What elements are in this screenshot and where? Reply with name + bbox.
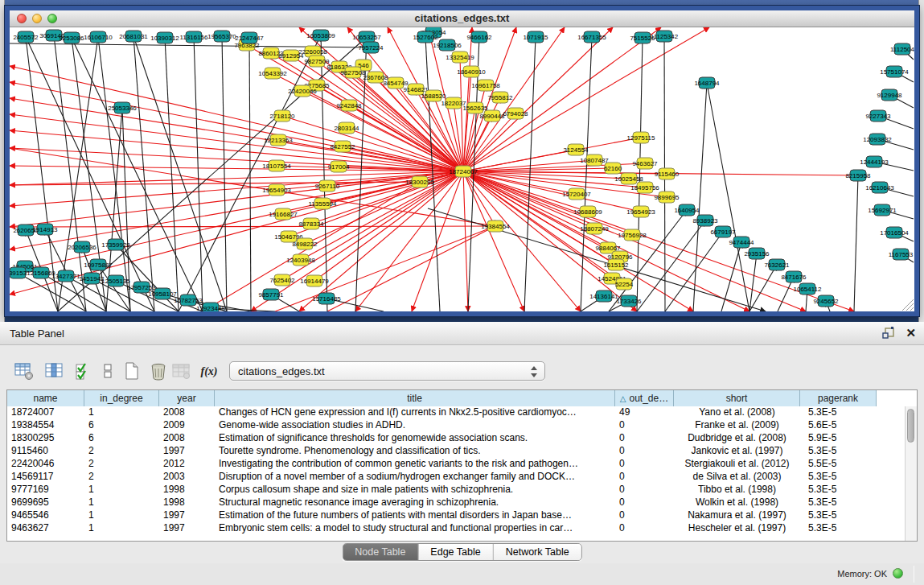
- graph-node[interactable]: 16671355: [577, 31, 606, 43]
- graph-node[interactable]: 10958107: [148, 288, 177, 299]
- graph-node[interactable]: 9466162: [466, 31, 492, 43]
- graph-node[interactable]: 9827509: [304, 56, 330, 67]
- table-row[interactable]: 1830029562008Estimation of significance …: [7, 432, 905, 445]
- tab-network-table[interactable]: Network Table: [494, 544, 581, 560]
- table-row[interactable]: 2242004622012Investigating the contribut…: [7, 458, 905, 471]
- table-row[interactable]: 1872400712008Changes of HCN gene express…: [7, 406, 905, 419]
- graph-edge[interactable]: [10, 98, 463, 171]
- scrollbar-thumb[interactable]: [907, 409, 914, 443]
- graph-node[interactable]: 9129948: [877, 89, 902, 101]
- graph-node[interactable]: 10543392: [258, 68, 287, 79]
- graph-node[interactable]: 22420046: [288, 85, 317, 97]
- graph-node[interactable]: 2803144: [334, 122, 359, 134]
- resize-grip-icon[interactable]: [902, 299, 914, 311]
- new-column-button[interactable]: [121, 360, 143, 383]
- graph-node[interactable]: 18640910: [457, 66, 486, 77]
- table-row[interactable]: 1938455462009Genome-wide association stu…: [7, 419, 905, 432]
- graph-node[interactable]: 12975115: [627, 132, 656, 143]
- graph-node[interactable]: 11355594: [309, 198, 338, 209]
- tab-node-table[interactable]: Node Table: [343, 544, 418, 560]
- graph-node[interactable]: 10688609: [573, 206, 602, 217]
- graph-node[interactable]: 1615152: [603, 259, 629, 270]
- column-header-in_degree[interactable]: in_degree: [84, 390, 159, 406]
- close-panel-icon[interactable]: ✕: [906, 326, 916, 340]
- table-mode-button[interactable]: [13, 360, 35, 383]
- table-scrollbar[interactable]: [905, 406, 917, 541]
- graph-node[interactable]: 8215958: [845, 170, 871, 181]
- graph-node[interactable]: 12093832: [863, 134, 892, 145]
- graph-node[interactable]: 18807249: [580, 223, 609, 234]
- graph-node[interactable]: 19166827: [269, 208, 298, 220]
- graph-node[interactable]: 2718120: [269, 110, 295, 122]
- delete-column-button[interactable]: [147, 360, 170, 383]
- graph-node[interactable]: 9242848: [336, 100, 362, 111]
- graph-node[interactable]: 1733426: [616, 295, 642, 307]
- graph-edge[interactable]: [463, 171, 806, 311]
- graph-node[interactable]: 1914913: [32, 224, 58, 235]
- graph-edge[interactable]: [693, 83, 707, 311]
- graph-edge[interactable]: [10, 82, 463, 171]
- graph-edge[interactable]: [854, 175, 858, 311]
- graph-node[interactable]: 8471676: [781, 271, 807, 282]
- graph-edge[interactable]: [749, 265, 777, 311]
- graph-node[interactable]: 17016504: [880, 227, 909, 238]
- graph-node[interactable]: 1112504: [890, 43, 914, 55]
- graph-node[interactable]: 10390312: [150, 32, 179, 43]
- column-header-title[interactable]: title: [215, 390, 615, 406]
- table-row[interactable]: 946362711997Embryonic stem cells: a mode…: [7, 522, 905, 535]
- network-graph[interactable]: 1872400779638228860123891295422260058982…: [10, 27, 914, 311]
- graph-node[interactable]: 7632621: [764, 259, 790, 270]
- graph-node[interactable]: 19654903: [262, 184, 291, 196]
- graph-node[interactable]: 1527602: [413, 31, 438, 43]
- tab-edge-table[interactable]: Edge Table: [418, 544, 493, 560]
- graph-node[interactable]: 25053346: [108, 102, 137, 113]
- graph-edge[interactable]: [637, 38, 643, 311]
- graph-node[interactable]: 16914479: [300, 275, 329, 286]
- graph-node[interactable]: 16210643: [865, 182, 894, 193]
- graph-edge[interactable]: [463, 171, 637, 311]
- graph-node[interactable]: 39153: [10, 267, 27, 278]
- column-header-short[interactable]: short: [674, 390, 800, 406]
- graph-node[interactable]: 18300295: [405, 176, 434, 187]
- graph-node[interactable]: 9253086: [59, 32, 84, 43]
- graph-node[interactable]: 15751074: [880, 66, 909, 77]
- graph-node[interactable]: 15716485: [312, 293, 341, 304]
- graph-node[interactable]: 9474444: [729, 237, 754, 248]
- graph-node[interactable]: 9463627: [632, 158, 658, 169]
- float-panel-icon[interactable]: [881, 326, 896, 340]
- graph-node[interactable]: 16782753: [174, 295, 203, 306]
- graph-node[interactable]: 10654112: [794, 283, 823, 295]
- graph-node[interactable]: 1167553: [889, 249, 914, 260]
- network-window-titlebar[interactable]: citations_edges.txt: [10, 10, 914, 27]
- graph-node[interactable]: 11125342: [651, 31, 679, 42]
- graph-node[interactable]: 9267110: [315, 180, 340, 192]
- graph-node[interactable]: 19565370: [207, 31, 236, 42]
- graph-edge[interactable]: [707, 83, 749, 311]
- graph-node[interactable]: 8938923: [692, 215, 718, 226]
- show-columns-button[interactable]: [43, 360, 65, 383]
- graph-node[interactable]: 13325419: [446, 51, 474, 63]
- graph-node[interactable]: 6794028: [503, 108, 528, 119]
- column-header-out_de[interactable]: △out_de…: [615, 390, 674, 406]
- graph-node[interactable]: 21247447: [235, 32, 264, 43]
- select-all-button[interactable]: [72, 360, 95, 383]
- graph-node[interactable]: 52254: [615, 278, 634, 290]
- graph-node[interactable]: 8990448: [479, 110, 505, 122]
- graph-edge[interactable]: [10, 171, 463, 273]
- graph-edge[interactable]: [10, 226, 495, 227]
- graph-node[interactable]: 917004: [328, 161, 350, 172]
- graph-node[interactable]: 13427371: [51, 270, 80, 282]
- graph-node[interactable]: 14136141: [589, 290, 618, 302]
- graph-node[interactable]: 16106710: [84, 31, 113, 43]
- graph-node[interactable]: 9899695: [654, 192, 680, 203]
- graph-node[interactable]: 10653257: [352, 31, 381, 43]
- table-row[interactable]: 969969511998Structural magnetic resonanc…: [7, 496, 905, 509]
- graph-node[interactable]: 19384554: [481, 220, 510, 232]
- graph-node[interactable]: 19654923: [626, 206, 655, 217]
- graph-edge[interactable]: [749, 253, 757, 311]
- graph-node[interactable]: 15720407: [562, 188, 591, 200]
- graph-node[interactable]: 12444193: [860, 156, 889, 167]
- table-select-combobox[interactable]: citations_edges.txt: [229, 361, 545, 381]
- graph-node[interactable]: 1648794: [694, 77, 720, 89]
- function-builder-button[interactable]: f(x): [198, 360, 220, 383]
